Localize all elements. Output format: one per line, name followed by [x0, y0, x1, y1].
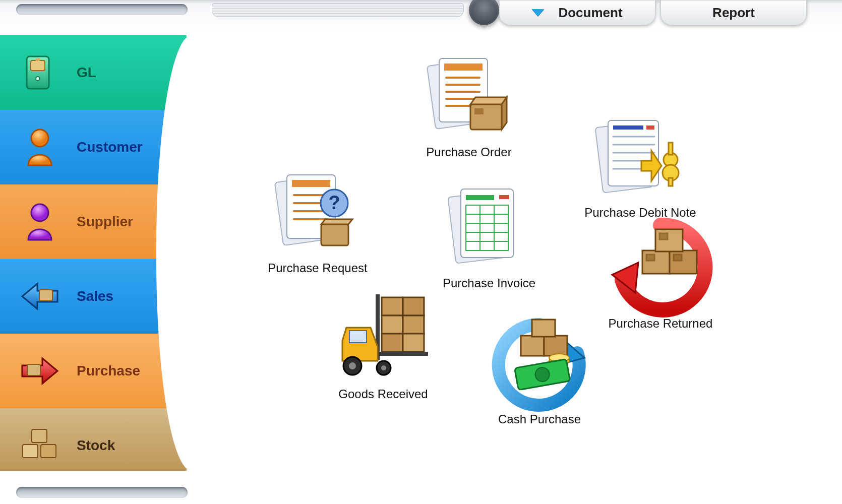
invoice-document-icon: [444, 181, 534, 272]
tab-report-label: Report: [712, 5, 755, 21]
svg-rect-59: [403, 297, 424, 316]
icon-label: Purchase Returned: [609, 317, 713, 331]
svg-rect-63: [403, 334, 424, 352]
svg-rect-2: [36, 58, 40, 61]
icon-label: Purchase Invoice: [443, 276, 535, 290]
svg-marker-33: [321, 219, 352, 224]
svg-rect-48: [646, 125, 654, 130]
sidebar-item-label: Supplier: [77, 214, 133, 230]
top-notch: [469, 0, 499, 25]
svg-rect-6: [39, 290, 52, 301]
return-arrow-boxes-icon: [615, 222, 706, 312]
sidebar-item-customer[interactable]: Customer: [0, 110, 187, 184]
svg-rect-85: [659, 233, 668, 239]
boxes-icon: [17, 423, 63, 468]
svg-point-68: [349, 362, 356, 369]
arrow-left-box-icon: [17, 274, 63, 319]
svg-rect-10: [41, 445, 56, 458]
svg-rect-62: [382, 334, 403, 352]
svg-rect-60: [382, 316, 403, 334]
icon-purchase-invoice[interactable]: Purchase Invoice: [429, 181, 550, 290]
sidebar: GL Customer Supplier: [0, 35, 187, 471]
svg-marker-21: [502, 97, 507, 130]
sidebar-item-sales[interactable]: Sales: [0, 259, 187, 334]
svg-rect-58: [382, 297, 403, 316]
icon-purchase-request[interactable]: ? Purchase Request: [257, 166, 378, 275]
sidebar-item-label: Customer: [77, 139, 143, 155]
svg-rect-22: [474, 108, 484, 114]
icon-purchase-returned[interactable]: Purchase Returned: [600, 222, 721, 331]
tab-report[interactable]: Report: [660, 0, 807, 25]
svg-rect-56: [669, 143, 673, 155]
forklift-icon: [338, 292, 429, 383]
svg-rect-66: [349, 331, 367, 343]
main-area: Purchase Order ?: [187, 35, 832, 494]
sidebar-item-label: Sales: [77, 288, 113, 304]
svg-rect-8: [32, 429, 47, 443]
svg-rect-73: [544, 336, 567, 356]
svg-rect-13: [444, 64, 483, 71]
svg-rect-84: [674, 255, 682, 261]
dropdown-triangle-icon: [532, 9, 544, 16]
svg-point-70: [381, 365, 386, 370]
document-dollar-icon: [595, 111, 686, 202]
tab-document[interactable]: Document: [499, 0, 655, 25]
svg-rect-47: [613, 125, 643, 130]
sidebar-item-gl[interactable]: GL: [0, 35, 187, 110]
svg-rect-36: [466, 195, 494, 200]
sidebar-item-supplier[interactable]: Supplier: [0, 184, 187, 259]
sidebar-item-purchase[interactable]: Purchase ▶: [0, 334, 187, 408]
sidebar-item-label: GL: [77, 65, 96, 81]
svg-rect-1: [31, 60, 45, 71]
icon-label: Purchase Debit Note: [584, 206, 696, 220]
document-question-icon: ?: [272, 166, 363, 257]
svg-point-4: [31, 130, 48, 147]
svg-rect-61: [403, 316, 424, 334]
svg-rect-25: [292, 180, 330, 187]
svg-point-3: [36, 77, 40, 81]
tab-document-label: Document: [558, 5, 622, 21]
person-icon: [17, 199, 63, 244]
svg-rect-72: [521, 336, 544, 356]
svg-rect-83: [646, 255, 654, 261]
icon-goods-received[interactable]: Goods Received: [323, 292, 444, 401]
svg-rect-19: [470, 104, 502, 130]
icon-purchase-debit-note[interactable]: Purchase Debit Note: [580, 111, 701, 220]
icon-label: Cash Purchase: [498, 412, 581, 426]
sidebar-item-label: Purchase: [77, 363, 140, 379]
svg-point-5: [31, 204, 48, 221]
svg-rect-37: [499, 195, 509, 199]
cabinet-icon: [17, 50, 63, 95]
bottom-decoration-left: [16, 487, 188, 498]
top-decoration-mid: [212, 3, 464, 17]
icon-label: Goods Received: [338, 387, 428, 401]
icon-cash-purchase[interactable]: Cash Purchase: [479, 318, 600, 426]
svg-rect-65: [376, 352, 428, 356]
icon-purchase-order[interactable]: Purchase Order: [408, 50, 529, 159]
svg-rect-7: [27, 364, 40, 375]
cash-refresh-icon: [494, 318, 585, 408]
arrow-right-box-icon: [17, 348, 63, 394]
svg-text:?: ?: [328, 192, 340, 213]
active-indicator-icon: ▶: [162, 366, 168, 376]
sidebar-item-stock[interactable]: Stock: [0, 408, 187, 471]
person-icon: [17, 124, 63, 170]
svg-rect-32: [321, 224, 348, 245]
sidebar-item-label: Stock: [77, 437, 115, 454]
svg-rect-74: [532, 320, 555, 337]
svg-rect-9: [23, 445, 38, 458]
icon-label: Purchase Request: [268, 261, 367, 275]
top-decoration-left: [16, 4, 188, 15]
svg-marker-20: [470, 97, 507, 104]
top-bar: Document Report: [0, 0, 842, 30]
svg-rect-57: [669, 178, 673, 186]
icon-label: Purchase Order: [426, 145, 511, 159]
document-box-icon: [424, 50, 514, 141]
